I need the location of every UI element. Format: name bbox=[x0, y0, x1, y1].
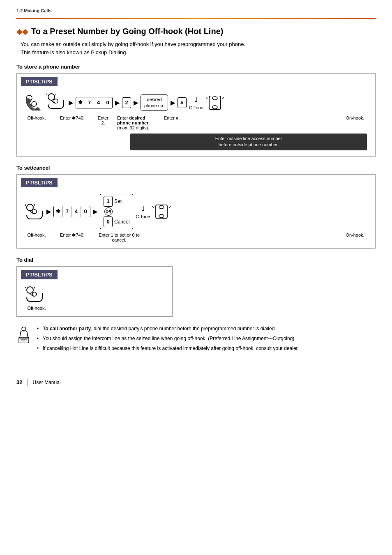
page-container: 1.2 Making Calls ◆◆ To a Preset Number b… bbox=[0, 0, 392, 555]
page-number: 32 bbox=[16, 379, 22, 385]
offhook-phone-unicode bbox=[46, 93, 65, 112]
svg-point-4 bbox=[48, 94, 55, 100]
label-offhook-dial: Off-hook. bbox=[25, 306, 48, 311]
svg-line-14 bbox=[25, 204, 26, 206]
key-7-sc: 7 bbox=[63, 206, 72, 217]
set-cancel-box-label: PT/SLT/PS bbox=[21, 178, 58, 187]
store-number-content: 📞 bbox=[17, 86, 375, 156]
label-hash: Enter #. bbox=[162, 115, 181, 120]
key-1-set: 1 bbox=[104, 196, 113, 207]
store-labels-row: Off-hook. Enter ✱740. Enter 2. Enter des… bbox=[25, 115, 367, 130]
note2: You should assign the intercom line as t… bbox=[37, 335, 299, 342]
footer-divider bbox=[27, 379, 28, 386]
setcancel-labels-row: Off-hook. Enter ✱740. Enter 1 to set or … bbox=[25, 233, 367, 242]
tooltip-line2: before outside phone number. bbox=[134, 142, 363, 148]
ctone-setcancel: ♩ C.Tone bbox=[136, 204, 150, 219]
key-2: 2 bbox=[122, 97, 131, 108]
notes-section: To call another party, dial the desired … bbox=[16, 325, 376, 355]
onhook-svg-store bbox=[206, 96, 224, 110]
dial-flow-row bbox=[25, 286, 164, 302]
arrow4: ▶ bbox=[171, 99, 175, 106]
key-2-item: 2 bbox=[122, 97, 131, 108]
svg-line-6 bbox=[46, 94, 47, 95]
intro-line2: This feature is also known as Pickup Dia… bbox=[21, 48, 376, 57]
key-0-sc: 0 bbox=[81, 206, 90, 217]
label-offhook-store: Off-hook. bbox=[25, 115, 48, 120]
music-note-setcancel: ♩ bbox=[141, 204, 145, 213]
intro-text: You can make an outside call simply by g… bbox=[16, 40, 376, 56]
offhook-svg-setcancel bbox=[25, 203, 44, 220]
svg-line-10 bbox=[206, 97, 208, 99]
key-0: 0 bbox=[103, 97, 112, 108]
arrow1: ▶ bbox=[69, 99, 73, 106]
set-cancel-content: ▶ ✱ 7 4 0 ▶ 1 Set bbox=[17, 187, 375, 248]
set-label: Set bbox=[114, 198, 122, 204]
svg-point-8 bbox=[212, 97, 217, 100]
svg-point-20 bbox=[27, 287, 33, 293]
svg-line-15 bbox=[34, 204, 35, 206]
notes-list: To call another party, dial the desired … bbox=[37, 325, 299, 355]
svg-point-16 bbox=[159, 205, 164, 209]
svg-line-7 bbox=[55, 94, 56, 95]
key-4: 4 bbox=[94, 97, 103, 108]
music-note-store: ♩ bbox=[194, 95, 198, 104]
desired-phone-item: desired phone no. bbox=[141, 94, 168, 111]
diamond-icons: ◆◆ bbox=[16, 27, 28, 36]
svg-point-12 bbox=[27, 204, 33, 211]
note1-bold: To call another party bbox=[43, 326, 91, 332]
set-cancel-keys-item: 1 Set OR 0 Cancel bbox=[100, 194, 133, 229]
svg-text:📞: 📞 bbox=[25, 97, 42, 111]
svg-line-11 bbox=[222, 97, 224, 99]
svg-line-18 bbox=[152, 206, 154, 208]
arrow-sc2: ▶ bbox=[93, 208, 97, 215]
tooltip-box-store: Enter outside line access number before … bbox=[130, 134, 367, 150]
hash-key-item: # bbox=[178, 97, 187, 108]
note1-rest: , dial the desired party's phone number … bbox=[91, 326, 276, 332]
set-cancel-heading: To set/cancel bbox=[16, 165, 376, 171]
offhook-svg bbox=[46, 93, 65, 109]
desired-line2: phone no. bbox=[144, 103, 164, 108]
tooltip-store: Enter outside line access number before … bbox=[124, 134, 367, 150]
set-cancel-diagram: PT/SLT/PS ▶ bbox=[16, 174, 376, 249]
or-box: OR bbox=[104, 207, 113, 216]
section-title-text: To a Preset Number by Going Off-hook (Ho… bbox=[31, 27, 223, 36]
label-offhook-sc: Off-hook. bbox=[25, 233, 48, 237]
intro-line1: You can make an outside call simply by g… bbox=[21, 40, 376, 48]
dial-content: Off-hook. bbox=[17, 279, 172, 316]
hash-key: # bbox=[178, 97, 187, 108]
key-star: ✱ bbox=[76, 97, 85, 108]
label-desired-text2: phone number bbox=[117, 120, 157, 125]
key-0-cancel: 0 bbox=[104, 216, 113, 227]
offhook-phone-icon: 📞 bbox=[25, 95, 43, 111]
offhook-svg-dial bbox=[25, 286, 44, 302]
key-star-sc: ✱ bbox=[54, 206, 63, 217]
store-number-diagram: PT/SLT/PS 📞 bbox=[16, 73, 376, 157]
label-onhook-sc: On-hook. bbox=[343, 233, 367, 237]
label-desired-text3: (max. 32 digits). bbox=[117, 125, 157, 130]
arrow3: ▶ bbox=[134, 99, 138, 106]
svg-line-23 bbox=[34, 287, 35, 288]
note1: To call another party, dial the desired … bbox=[37, 325, 299, 332]
cancel-label: Cancel bbox=[114, 219, 129, 225]
desired-phone-box: desired phone no. bbox=[141, 94, 168, 111]
ctone-store-label: C.Tone bbox=[189, 105, 203, 110]
label-enter2: Enter 2. bbox=[97, 115, 110, 125]
dial-diagram: PT/SLT/PS Off-hook. bbox=[16, 266, 173, 317]
arrow-sc1: ▶ bbox=[46, 208, 51, 215]
offhook-phone-dial bbox=[25, 286, 44, 302]
svg-point-13 bbox=[32, 210, 37, 214]
desired-line1: desired bbox=[144, 97, 164, 102]
dial-box-label: PT/SLT/PS bbox=[21, 270, 58, 279]
section-title: ◆◆ To a Preset Number by Going Off-hook … bbox=[16, 27, 376, 36]
breadcrumb: 1.2 Making Calls bbox=[16, 8, 376, 13]
key-740-item: ✱ 7 4 0 bbox=[76, 97, 113, 108]
top-rule bbox=[16, 18, 376, 19]
cancel-row: 0 Cancel bbox=[104, 216, 129, 227]
ctone-store: ♩ C.Tone bbox=[189, 95, 203, 110]
key-4-sc: 4 bbox=[72, 206, 81, 217]
label-enter740-sc: Enter ✱740. bbox=[54, 233, 91, 238]
key-7: 7 bbox=[85, 97, 94, 108]
notes-icon bbox=[16, 327, 31, 343]
label-onhook-store: On-hook. bbox=[343, 115, 367, 120]
key-740-setcancel: ✱ 7 4 0 bbox=[53, 206, 90, 217]
